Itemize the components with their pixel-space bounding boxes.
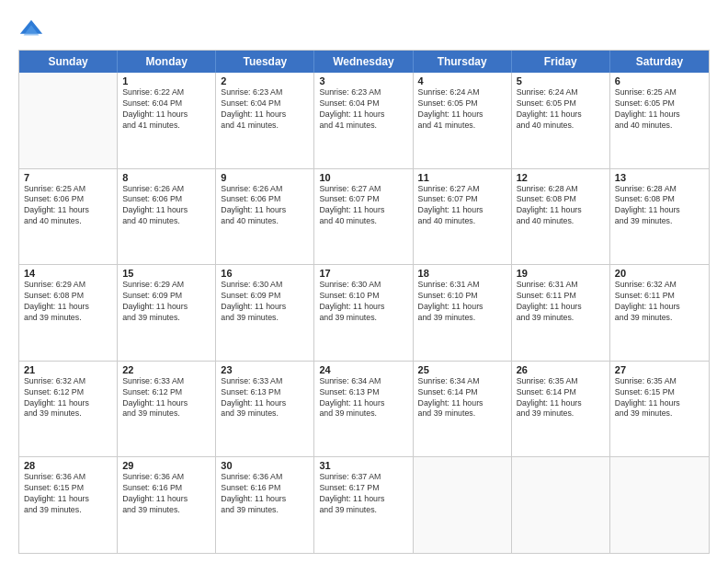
calendar-cell: 30Sunrise: 6:36 AM Sunset: 6:16 PM Dayli… [216,457,314,553]
header-day-thursday: Thursday [414,51,512,73]
day-number: 20 [615,268,704,279]
day-info: Sunrise: 6:33 AM Sunset: 6:12 PM Dayligh… [122,376,210,420]
day-number: 23 [221,364,309,375]
day-number: 29 [122,460,210,471]
calendar-cell: 28Sunrise: 6:36 AM Sunset: 6:15 PM Dayli… [19,457,118,553]
day-info: Sunrise: 6:28 AM Sunset: 6:08 PM Dayligh… [517,184,605,228]
calendar-cell: 17Sunrise: 6:30 AM Sunset: 6:10 PM Dayli… [314,265,413,361]
day-info: Sunrise: 6:28 AM Sunset: 6:08 PM Dayligh… [615,184,704,228]
day-info: Sunrise: 6:32 AM Sunset: 6:11 PM Dayligh… [615,280,704,324]
day-number: 25 [418,364,506,375]
day-info: Sunrise: 6:32 AM Sunset: 6:12 PM Dayligh… [24,376,112,420]
header-day-friday: Friday [512,51,610,73]
day-info: Sunrise: 6:35 AM Sunset: 6:14 PM Dayligh… [517,376,605,420]
day-info: Sunrise: 6:37 AM Sunset: 6:17 PM Dayligh… [319,472,407,516]
day-info: Sunrise: 6:31 AM Sunset: 6:11 PM Dayligh… [517,280,605,324]
calendar-cell [19,73,118,168]
day-info: Sunrise: 6:36 AM Sunset: 6:16 PM Dayligh… [122,472,210,516]
calendar-row-4: 28Sunrise: 6:36 AM Sunset: 6:15 PM Dayli… [19,456,709,553]
calendar-cell: 25Sunrise: 6:34 AM Sunset: 6:14 PM Dayli… [414,362,512,457]
day-info: Sunrise: 6:34 AM Sunset: 6:14 PM Dayligh… [418,376,506,420]
day-number: 12 [517,172,605,183]
calendar-cell: 19Sunrise: 6:31 AM Sunset: 6:11 PM Dayli… [512,265,610,361]
logo-icon [18,17,44,42]
calendar-cell: 24Sunrise: 6:34 AM Sunset: 6:13 PM Dayli… [314,362,413,457]
day-number: 2 [221,75,309,86]
page: SundayMondayTuesdayWednesdayThursdayFrid… [0,0,728,563]
day-number: 27 [615,364,704,375]
day-number: 8 [122,172,210,183]
day-info: Sunrise: 6:29 AM Sunset: 6:08 PM Dayligh… [24,280,112,324]
day-number: 5 [517,75,605,86]
day-number: 3 [319,75,407,86]
calendar-cell: 8Sunrise: 6:26 AM Sunset: 6:06 PM Daylig… [118,169,216,265]
day-number: 1 [122,75,210,86]
day-info: Sunrise: 6:25 AM Sunset: 6:06 PM Dayligh… [24,184,112,228]
calendar-body: 1Sunrise: 6:22 AM Sunset: 6:04 PM Daylig… [19,73,709,553]
day-number: 10 [319,172,407,183]
calendar-cell: 6Sunrise: 6:25 AM Sunset: 6:05 PM Daylig… [610,73,709,168]
calendar: SundayMondayTuesdayWednesdayThursdayFrid… [18,50,710,554]
calendar-cell: 21Sunrise: 6:32 AM Sunset: 6:12 PM Dayli… [19,362,118,457]
day-info: Sunrise: 6:24 AM Sunset: 6:05 PM Dayligh… [517,87,605,132]
day-info: Sunrise: 6:24 AM Sunset: 6:05 PM Dayligh… [418,87,506,132]
day-number: 26 [517,364,605,375]
calendar-cell: 26Sunrise: 6:35 AM Sunset: 6:14 PM Dayli… [512,362,610,457]
calendar-cell [414,457,512,553]
header-day-wednesday: Wednesday [314,51,413,73]
day-info: Sunrise: 6:26 AM Sunset: 6:06 PM Dayligh… [122,184,210,228]
calendar-cell: 23Sunrise: 6:33 AM Sunset: 6:13 PM Dayli… [216,362,314,457]
calendar-cell: 15Sunrise: 6:29 AM Sunset: 6:09 PM Dayli… [118,265,216,361]
day-info: Sunrise: 6:36 AM Sunset: 6:16 PM Dayligh… [221,472,309,516]
day-number: 9 [221,172,309,183]
day-info: Sunrise: 6:30 AM Sunset: 6:10 PM Dayligh… [319,280,407,324]
day-number: 19 [517,268,605,279]
day-info: Sunrise: 6:25 AM Sunset: 6:05 PM Dayligh… [615,87,704,132]
day-info: Sunrise: 6:26 AM Sunset: 6:06 PM Dayligh… [221,184,309,228]
calendar-cell: 9Sunrise: 6:26 AM Sunset: 6:06 PM Daylig… [216,169,314,265]
day-number: 18 [418,268,506,279]
day-info: Sunrise: 6:23 AM Sunset: 6:04 PM Dayligh… [319,87,407,132]
calendar-cell: 27Sunrise: 6:35 AM Sunset: 6:15 PM Dayli… [610,362,709,457]
day-number: 7 [24,172,112,183]
calendar-cell: 29Sunrise: 6:36 AM Sunset: 6:16 PM Dayli… [118,457,216,553]
day-info: Sunrise: 6:27 AM Sunset: 6:07 PM Dayligh… [418,184,506,228]
calendar-cell: 11Sunrise: 6:27 AM Sunset: 6:07 PM Dayli… [414,169,512,265]
calendar-cell: 22Sunrise: 6:33 AM Sunset: 6:12 PM Dayli… [118,362,216,457]
day-number: 13 [615,172,704,183]
day-info: Sunrise: 6:23 AM Sunset: 6:04 PM Dayligh… [221,87,309,132]
day-number: 31 [319,460,407,471]
header [18,17,710,42]
calendar-cell: 1Sunrise: 6:22 AM Sunset: 6:04 PM Daylig… [118,73,216,168]
calendar-cell: 13Sunrise: 6:28 AM Sunset: 6:08 PM Dayli… [610,169,709,265]
calendar-row-0: 1Sunrise: 6:22 AM Sunset: 6:04 PM Daylig… [19,73,709,168]
day-number: 24 [319,364,407,375]
calendar-cell: 5Sunrise: 6:24 AM Sunset: 6:05 PM Daylig… [512,73,610,168]
calendar-cell: 7Sunrise: 6:25 AM Sunset: 6:06 PM Daylig… [19,169,118,265]
calendar-cell: 3Sunrise: 6:23 AM Sunset: 6:04 PM Daylig… [314,73,413,168]
day-info: Sunrise: 6:35 AM Sunset: 6:15 PM Dayligh… [615,376,704,420]
day-info: Sunrise: 6:34 AM Sunset: 6:13 PM Dayligh… [319,376,407,420]
calendar-cell: 20Sunrise: 6:32 AM Sunset: 6:11 PM Dayli… [610,265,709,361]
day-number: 22 [122,364,210,375]
day-number: 6 [615,75,704,86]
day-number: 15 [122,268,210,279]
calendar-cell: 4Sunrise: 6:24 AM Sunset: 6:05 PM Daylig… [414,73,512,168]
calendar-cell: 10Sunrise: 6:27 AM Sunset: 6:07 PM Dayli… [314,169,413,265]
calendar-cell: 31Sunrise: 6:37 AM Sunset: 6:17 PM Dayli… [314,457,413,553]
day-number: 28 [24,460,112,471]
calendar-row-2: 14Sunrise: 6:29 AM Sunset: 6:08 PM Dayli… [19,264,709,361]
calendar-cell: 2Sunrise: 6:23 AM Sunset: 6:04 PM Daylig… [216,73,314,168]
calendar-row-3: 21Sunrise: 6:32 AM Sunset: 6:12 PM Dayli… [19,361,709,457]
day-number: 21 [24,364,112,375]
day-info: Sunrise: 6:27 AM Sunset: 6:07 PM Dayligh… [319,184,407,228]
day-number: 17 [319,268,407,279]
calendar-cell: 14Sunrise: 6:29 AM Sunset: 6:08 PM Dayli… [19,265,118,361]
day-info: Sunrise: 6:31 AM Sunset: 6:10 PM Dayligh… [418,280,506,324]
day-info: Sunrise: 6:36 AM Sunset: 6:15 PM Dayligh… [24,472,112,516]
calendar-cell: 16Sunrise: 6:30 AM Sunset: 6:09 PM Dayli… [216,265,314,361]
day-info: Sunrise: 6:30 AM Sunset: 6:09 PM Dayligh… [221,280,309,324]
calendar-cell: 12Sunrise: 6:28 AM Sunset: 6:08 PM Dayli… [512,169,610,265]
header-day-tuesday: Tuesday [216,51,314,73]
day-number: 11 [418,172,506,183]
